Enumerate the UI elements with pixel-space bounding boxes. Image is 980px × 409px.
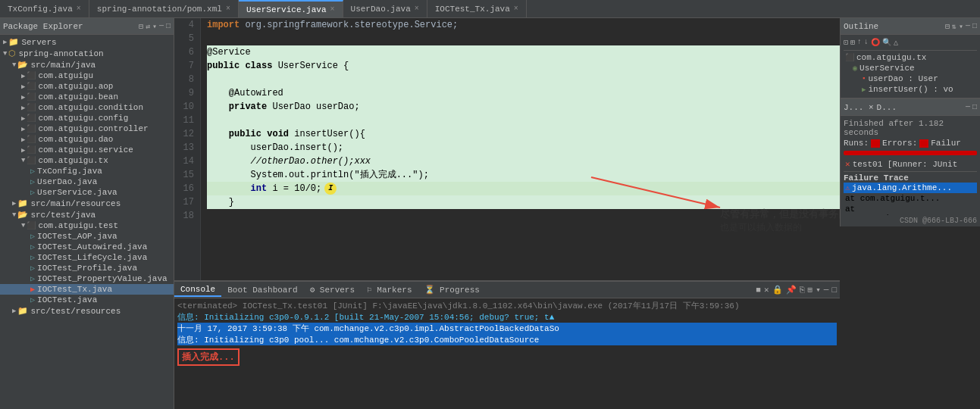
- tab-txconfig[interactable]: TxConfig.java ×: [0, 0, 89, 17]
- console-tab-boot[interactable]: Boot Dashboard: [221, 284, 303, 296]
- sidebar-item-pkg-bean[interactable]: ▶ ⬛ com.atguigu.bean: [0, 92, 174, 102]
- tab-pom-close[interactable]: ×: [226, 5, 230, 13]
- clear-icon[interactable]: ✕: [764, 285, 769, 295]
- outline-item-userdao-field[interactable]: ▪ userDao : User: [844, 73, 977, 84]
- sidebar-item-pkg-aop[interactable]: ▶ ⬛ com.atguigu.aop: [0, 81, 174, 92]
- junit-test-item-1[interactable]: ✕ test01 [Runner: JUnit: [844, 158, 977, 170]
- sidebar-item-ioctest-propertyvalue[interactable]: ▷ IOCTest_PropertyValue.java: [0, 273, 174, 284]
- sidebar-item-pkg-service[interactable]: ▶ ⬛ com.atguigu.service: [0, 145, 174, 155]
- arrow-icon: ▼: [12, 61, 16, 69]
- maximize-console-icon[interactable]: □: [831, 286, 837, 295]
- console-tab-servers[interactable]: ⚙ Servers: [304, 283, 361, 296]
- tab-ioctest-close[interactable]: ×: [514, 5, 518, 13]
- comment-text: //otherDao.other();xxx: [251, 155, 371, 168]
- failure-item-2[interactable]: at com.atguigu.t...: [844, 193, 977, 204]
- sidebar-item-pkg-controller[interactable]: ▶ ⬛ com.atguigu.controller: [0, 123, 174, 134]
- console-tab-markers[interactable]: ⚐ Markers: [361, 283, 418, 296]
- outline-menu-icon[interactable]: ▾: [959, 22, 963, 31]
- settings-icon[interactable]: ▾: [816, 285, 821, 295]
- junit-tab-d[interactable]: D...: [877, 103, 897, 112]
- link-with-editor-icon[interactable]: ⇄: [146, 22, 150, 31]
- sidebar-item-spring-annotation[interactable]: ▼ ⬡ spring-annotation: [0, 48, 174, 59]
- sidebar-item-ioctest-lifecycle[interactable]: ▷ IOCTest_LifeCycle.java: [0, 252, 174, 263]
- tab-userdao-close[interactable]: ×: [415, 5, 419, 13]
- outline-item-label: userDao : User: [868, 74, 938, 83]
- sidebar-item-pkg-condition[interactable]: ▶ ⬛ com.atguigu.condition: [0, 102, 174, 113]
- sidebar-item-pkg-dao[interactable]: ▶ ⬛ com.atguigu.dao: [0, 134, 174, 145]
- sidebar-item-ioctest-autowired[interactable]: ▷ IOCTest_Autowired.java: [0, 242, 174, 252]
- sidebar-item-userservice-java[interactable]: ▷ UserService.java: [0, 187, 174, 198]
- sidebar-item-servers[interactable]: ▶ 📁 Servers: [0, 36, 174, 48]
- console-content[interactable]: <terminated> IOCTest_Tx.test01 [JUnit] F…: [174, 298, 840, 409]
- outline-btn-6[interactable]: 🔍: [882, 38, 891, 47]
- sidebar-item-src-main-resources[interactable]: ▶ 📁 src/main/resources: [0, 198, 174, 209]
- failure-item-1[interactable]: ⚠ java.lang.Arithme...: [844, 183, 977, 193]
- outline-btn-7[interactable]: △: [894, 38, 898, 47]
- outline-btn-5[interactable]: ⭕: [871, 38, 880, 47]
- tab-userservice[interactable]: UserService.java ×: [239, 0, 343, 17]
- tab-txconfig-close[interactable]: ×: [77, 5, 81, 13]
- junit-maximize-icon[interactable]: □: [972, 103, 977, 111]
- sidebar-menu-icon[interactable]: ▾: [152, 22, 157, 31]
- tab-userdao[interactable]: UserDao.java ×: [343, 0, 427, 17]
- sidebar-item-ioctest-tx[interactable]: ▶ IOCTest_Tx.java: [0, 284, 174, 295]
- sidebar-item-label: IOCTest_Tx.java: [37, 285, 112, 294]
- folder-icon: 📁: [8, 37, 19, 47]
- sidebar-item-txconfig-java[interactable]: ▷ TxConfig.java: [0, 166, 174, 176]
- code-text: UserDao userDao;: [267, 100, 359, 114]
- outline-maximize-icon[interactable]: □: [972, 22, 977, 30]
- outline-minimize-icon[interactable]: ─: [966, 22, 970, 30]
- sidebar-item-src-test-java[interactable]: ▼ 📂 src/test/java: [0, 209, 174, 220]
- outline-btn-1[interactable]: ⊡: [844, 38, 848, 47]
- sidebar-header: Package Explorer ⊟ ⇄ ▾ ─ □: [0, 18, 174, 35]
- junit-tab-j[interactable]: J... ×: [844, 103, 874, 112]
- sidebar-item-pkg-config[interactable]: ▶ ⬛ com.atguigu.config: [0, 113, 174, 123]
- outline-item-package[interactable]: ⬛ com.atguigu.tx: [844, 52, 977, 63]
- outline-btn-3[interactable]: ↑: [857, 38, 862, 47]
- tab-ioctest[interactable]: IOCTest_Tx.java ×: [427, 0, 527, 17]
- collapse-all-icon[interactable]: ⊟: [139, 22, 143, 31]
- outline-item-userservice[interactable]: ◉ UserService: [844, 63, 977, 73]
- pin-icon[interactable]: 📌: [786, 285, 797, 295]
- outline-btn-2[interactable]: ⊞: [850, 38, 855, 47]
- sidebar-item-label: com.atguigu.test: [38, 221, 118, 230]
- console-panel: Console Boot Dashboard ⚙ Servers ⚐ Marke…: [174, 280, 840, 409]
- outline-divider: [844, 50, 977, 51]
- code-editor[interactable]: 4 5 6 7 8 9 10 11 12 13 14 15 16 17 18: [174, 18, 840, 280]
- arrow-icon: ▶: [21, 83, 25, 91]
- failure-item-label: at com.atguigu.t...: [845, 194, 940, 203]
- console-tab-progress[interactable]: ⏳ Progress: [418, 283, 486, 296]
- outline-item-insertuser[interactable]: ▶ insertUser() : vo: [844, 84, 977, 95]
- junit-minimize-icon[interactable]: ─: [966, 103, 970, 111]
- console-inserted-container: 插入完成...: [177, 347, 837, 366]
- sidebar-item-pkg-tx[interactable]: ▼ ⬛ com.atguigu.tx: [0, 155, 174, 166]
- filter-icon[interactable]: ⊞: [808, 285, 813, 295]
- arrow-icon: ▶: [21, 146, 25, 155]
- sidebar-item-src-main-java[interactable]: ▼ 📂 src/main/java: [0, 59, 174, 70]
- sidebar-item-ioctest-profile[interactable]: ▷ IOCTest_Profile.java: [0, 263, 174, 273]
- code-line-9: @Autowired: [207, 86, 840, 100]
- outline-btn-4[interactable]: ↓: [864, 38, 869, 47]
- sidebar-item-ioctest[interactable]: ▷ IOCTest.java: [0, 295, 174, 305]
- package-icon: ⬛: [27, 135, 36, 144]
- sidebar-item-src-test-resources[interactable]: ▶ 📁 src/test/resources: [0, 305, 174, 317]
- minimize-sidebar-icon[interactable]: ─: [159, 22, 164, 30]
- sidebar-item-pkg-atguigu[interactable]: ▶ ⬛ com.atguigu: [0, 70, 174, 81]
- tab-userservice-close[interactable]: ×: [330, 5, 335, 14]
- maximize-sidebar-icon[interactable]: □: [166, 22, 171, 30]
- failure-error-icon: ⚠: [845, 183, 850, 192]
- outline-toolbar-btn[interactable]: ⊟: [945, 22, 950, 31]
- console-tab-console[interactable]: Console: [174, 283, 221, 297]
- scroll-lock-icon[interactable]: 🔒: [772, 285, 783, 295]
- copy-icon[interactable]: ⎘: [800, 286, 805, 295]
- stop-icon[interactable]: ■: [756, 286, 761, 295]
- sidebar-item-userdao-java[interactable]: ▷ UserDao.java: [0, 176, 174, 187]
- package-explorer-panel: Package Explorer ⊟ ⇄ ▾ ─ □ ▶ 📁 Servers ▼…: [0, 18, 174, 409]
- tab-pom[interactable]: spring-annotation/pom.xml ×: [89, 0, 239, 17]
- outline-sort-icon[interactable]: ⇅: [952, 22, 957, 31]
- sidebar-item-ioctest-aop[interactable]: ▷ IOCTest_AOP.java: [0, 231, 174, 242]
- sidebar-item-pkg-test[interactable]: ▼ ⬛ com.atguigu.test: [0, 220, 174, 231]
- outline-toolbar-row: ⊡ ⊞ ↑ ↓ ⭕ 🔍 △: [844, 38, 977, 47]
- minimize-console-icon[interactable]: ─: [824, 286, 829, 295]
- failure-item-3[interactable]: at com.atguigu.test.IOCT...: [844, 204, 977, 215]
